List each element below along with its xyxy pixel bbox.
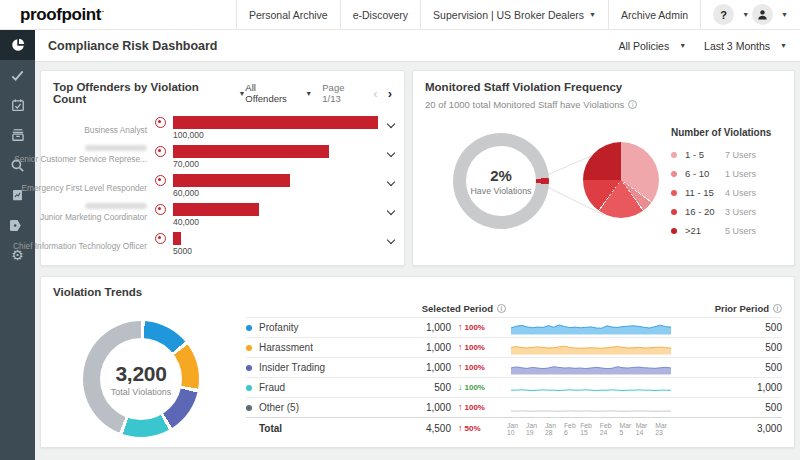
- sidebar-item-dashboard[interactable]: [0, 30, 35, 60]
- series-dot: [246, 345, 252, 351]
- sidebar-item-tags[interactable]: [0, 210, 35, 240]
- archive-box-icon: [11, 128, 25, 142]
- violation-target-icon: [155, 204, 166, 215]
- violation-target-icon: [155, 117, 166, 128]
- offender-row: Emergency First Level Responder 60,000: [41, 172, 404, 201]
- tag-icon: [10, 219, 25, 232]
- up-arrow-icon: ↑: [458, 403, 463, 412]
- app-window: proofpoint. Personal Archive e-Discovery…: [0, 0, 800, 460]
- nav-supervision[interactable]: Supervision | US Broker Dealers▼: [420, 0, 608, 29]
- trend-row: Other (5) 1,000 ↑100% 500: [246, 397, 782, 417]
- violation-bar: [173, 174, 290, 187]
- expand-row-icon[interactable]: [387, 149, 395, 157]
- sparkline-chart: [506, 361, 676, 375]
- sparkline-x-axis: Jan 10Jan 19Jan 28Feb 6Feb 15Feb 24Mar 5…: [506, 422, 676, 436]
- nav-archive-admin[interactable]: Archive Admin: [608, 0, 700, 29]
- up-arrow-icon: ↑: [458, 323, 463, 332]
- violation-bar: [173, 203, 259, 216]
- page-indicator: Page 1/13: [322, 82, 363, 104]
- total-violations-value: 3,200: [115, 362, 166, 386]
- calendar-check-icon: [11, 98, 25, 112]
- violation-frequency-pie: [583, 142, 659, 218]
- series-dot: [246, 325, 252, 331]
- violation-frequency-legend: Number of Violations 1 - 57 Users 6 - 10…: [671, 127, 789, 240]
- expand-row-icon[interactable]: [387, 120, 395, 128]
- violation-bar: [173, 145, 329, 158]
- legend-dot: [671, 152, 677, 158]
- offender-row: Senior Customer Service Represe... 70,00…: [41, 143, 404, 172]
- question-icon: ?: [720, 9, 727, 21]
- chevron-down-icon: ▼: [589, 11, 596, 18]
- logo-trademark: .: [102, 6, 104, 13]
- down-arrow-icon: ↓: [458, 383, 463, 392]
- offenders-bar-chart: Business Analyst 100,000 Senior Customer…: [41, 107, 404, 259]
- series-dot: [246, 385, 252, 391]
- expand-row-icon[interactable]: [387, 236, 395, 244]
- policies-filter-dropdown[interactable]: All Policies▼: [618, 40, 686, 52]
- violation-percentage-value: 2%: [490, 167, 512, 184]
- violation-percentage-donut: 2% Have Violations: [453, 133, 549, 229]
- legend-item: 11 - 154 Users: [671, 183, 789, 202]
- period-filter-dropdown[interactable]: Last 3 Months▼: [704, 40, 787, 52]
- sparkline-chart: [506, 401, 676, 415]
- chevron-down-icon: ▼: [679, 42, 686, 49]
- next-page-icon[interactable]: ›: [388, 87, 392, 100]
- monitored-staff-card: Monitored Staff Violation Frequency 20 o…: [412, 70, 795, 266]
- info-icon[interactable]: [628, 100, 637, 109]
- violation-bar: [173, 232, 181, 245]
- legend-dot: [671, 190, 677, 196]
- trends-title: Violation Trends: [53, 286, 142, 298]
- up-arrow-icon: ↑: [458, 424, 463, 433]
- user-icon: [756, 8, 769, 21]
- legend-dot: [671, 171, 677, 177]
- total-violations-label: Total Violations: [111, 387, 171, 397]
- expand-row-icon[interactable]: [387, 207, 395, 215]
- prev-page-icon[interactable]: ‹: [373, 87, 377, 100]
- pie-chart-icon: [10, 37, 26, 53]
- top-bar: proofpoint. Personal Archive e-Discovery…: [0, 0, 800, 30]
- legend-item: 1 - 57 Users: [671, 145, 789, 164]
- chevron-down-icon: ▼: [238, 90, 245, 97]
- legend-dot: [671, 228, 677, 234]
- trend-row: Harassment 1,000 ↑100% 500: [246, 337, 782, 357]
- violation-bar: [173, 116, 378, 129]
- help-caret-icon[interactable]: ▼: [742, 11, 749, 18]
- proofpoint-logo: proofpoint.: [20, 6, 104, 23]
- monitored-title: Monitored Staff Violation Frequency: [425, 81, 622, 93]
- check-icon: [10, 68, 25, 83]
- sidebar-item-review[interactable]: [0, 60, 35, 90]
- expand-row-icon[interactable]: [387, 178, 395, 186]
- legend-title: Number of Violations: [671, 127, 789, 138]
- legend-dot: [671, 209, 677, 215]
- nav-e-discovery[interactable]: e-Discovery: [340, 0, 420, 29]
- sidebar-item-archive[interactable]: [0, 120, 35, 150]
- up-arrow-icon: ↑: [458, 343, 463, 352]
- help-button[interactable]: ?: [713, 4, 734, 25]
- violation-percentage-label: Have Violations: [471, 186, 532, 196]
- top-offenders-title-dropdown[interactable]: Top Offenders by Violation Count▼: [53, 81, 245, 105]
- user-caret-icon[interactable]: ▼: [781, 11, 788, 18]
- violation-target-icon: [155, 175, 166, 186]
- sparkline-chart: [506, 341, 676, 355]
- offender-row: Business Analyst 100,000: [41, 114, 404, 143]
- top-nav: Personal Archive e-Discovery Supervision…: [236, 0, 701, 29]
- offender-row: Junior Marketing Coordinator 40,000: [41, 201, 404, 230]
- chevron-down-icon: ▼: [305, 90, 312, 97]
- info-icon[interactable]: [773, 304, 782, 313]
- trends-table: Selected Period Prior Period Profanity 1…: [246, 299, 782, 439]
- offender-row: Chief Information Technology Officer 500…: [41, 230, 404, 259]
- sidebar-item-calendar[interactable]: [0, 90, 35, 120]
- page-header: Compliance Risk Dashboard All Policies▼ …: [35, 30, 800, 62]
- info-icon[interactable]: [497, 304, 506, 313]
- sparkline-chart: [506, 321, 676, 335]
- legend-item: 16 - 203 Users: [671, 202, 789, 221]
- top-offenders-card: Top Offenders by Violation Count▼ All Of…: [40, 70, 405, 266]
- nav-personal-archive[interactable]: Personal Archive: [236, 0, 340, 29]
- dashboard-content: Top Offenders by Violation Count▼ All Of…: [35, 62, 800, 460]
- offender-filter-dropdown[interactable]: All Offenders▼: [245, 82, 312, 104]
- user-avatar-button[interactable]: [752, 4, 773, 25]
- violation-target-icon: [155, 146, 166, 157]
- total-violations-donut: 3,200 Total Violations: [83, 321, 199, 437]
- series-dot: [246, 405, 252, 411]
- violation-target-icon: [155, 233, 166, 244]
